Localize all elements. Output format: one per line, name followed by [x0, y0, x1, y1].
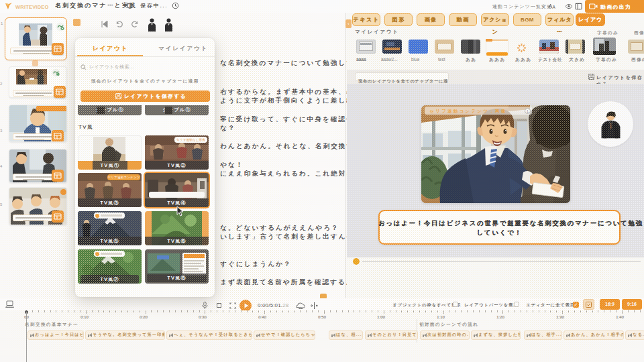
svg-text:A: A	[552, 5, 555, 9]
